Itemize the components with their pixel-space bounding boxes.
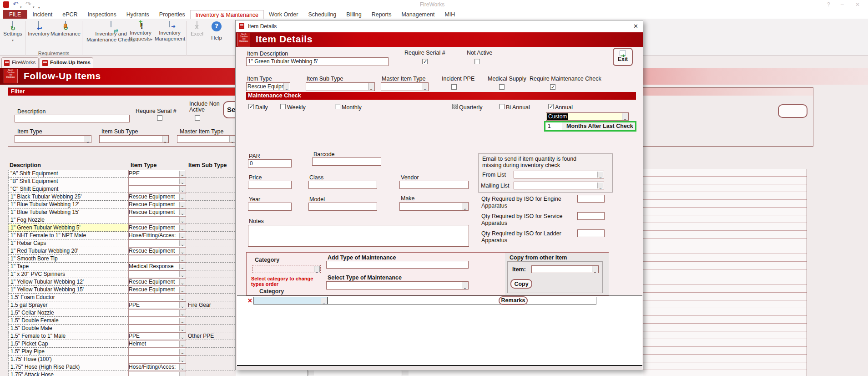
filter-item-sub-type-combo[interactable] [99, 135, 169, 143]
dialog-close-button[interactable]: ✕ [633, 23, 638, 30]
excel-button[interactable]: Excel [187, 21, 207, 37]
row-item-type-combo[interactable] [128, 325, 186, 332]
tab-billing[interactable]: Billing [341, 10, 366, 19]
year-input[interactable] [248, 203, 292, 211]
row-description-cell[interactable]: 1" Smooth Bore Tip [8, 255, 128, 263]
tab-mih[interactable]: MIH [439, 10, 460, 19]
row-item-type-combo[interactable]: PPE [128, 301, 186, 309]
row-description-cell[interactable]: 1" Yellow Tubular Webbing 12' [8, 278, 128, 286]
row-category-combo[interactable] [253, 297, 328, 305]
row-item-type-combo[interactable]: Rescue Equipment [128, 208, 186, 216]
table-row[interactable]: 1.5" Double Male [8, 325, 235, 332]
row-description-cell[interactable]: "A" Shift Equipment [8, 170, 128, 178]
tab-management[interactable]: Management [396, 10, 439, 19]
row-item-sub-type-cell[interactable] [186, 371, 235, 376]
table-row[interactable]: 1.75" Hose (High Rise Pack)Hose/Fitting/… [8, 363, 235, 371]
item-sub-type-combo[interactable] [306, 82, 375, 91]
row-item-sub-type-cell[interactable] [186, 224, 235, 232]
doc-tab-follow-up-items[interactable]: Follow-Up Items [40, 57, 93, 68]
chevron-down-icon[interactable] [622, 113, 628, 120]
monthly-checkbox[interactable] [335, 104, 340, 109]
not-active-checkbox[interactable] [474, 59, 480, 64]
row-description-cell[interactable]: 1.5' Foam Eductor [8, 294, 128, 301]
filter-require-serial-checkbox[interactable] [157, 115, 162, 121]
redo-dropdown-icon[interactable] [33, 2, 35, 10]
row-description-cell[interactable]: 1" Red Tubular Webbing 20' [8, 247, 128, 255]
table-row[interactable]: 1.5" Cellar Nozzle [8, 309, 235, 317]
row-item-type-combo[interactable]: Helmet [128, 340, 186, 348]
inventory-management-button[interactable]: Inventory Management [155, 21, 185, 42]
row-item-type-combo[interactable]: Rescue Equipment [128, 201, 186, 208]
row-item-sub-type-cell[interactable]: Other PPE [186, 332, 235, 340]
row-description-cell[interactable]: 1" Blue Tubular Webbing 12' [8, 201, 128, 208]
row-description-cell[interactable]: 1.5 gal Sprayer [8, 301, 128, 309]
row-item-type-combo[interactable] [128, 255, 186, 263]
master-item-type-combo[interactable] [381, 82, 429, 91]
barcode-input[interactable] [312, 158, 381, 166]
table-row[interactable]: 1" Smooth Bore Tip [8, 255, 235, 263]
table-row[interactable]: "C" Shift Equipment [8, 185, 235, 193]
row-item-type-combo[interactable]: Rescue Equipment [128, 224, 186, 232]
doc-tab-fireworks[interactable]: FireWorks [1, 57, 39, 68]
maintenance-button[interactable]: Maintenance [50, 21, 81, 37]
chevron-down-icon[interactable] [179, 233, 185, 239]
table-row[interactable]: 1.75' Hose (100') [8, 356, 235, 363]
make-combo[interactable] [399, 202, 469, 211]
table-row[interactable]: 1" NHT Female to 1" NPT MaleHose/Fitting… [8, 232, 235, 239]
row-item-type-combo[interactable] [128, 309, 186, 317]
row-item-sub-type-cell[interactable] [186, 247, 235, 255]
chevron-down-icon[interactable] [597, 183, 603, 188]
interval-value-input[interactable]: 1 [546, 122, 562, 130]
table-row[interactable]: 1" Fog Nozzle [8, 216, 235, 224]
table-row[interactable]: 1" Black Tubular Webbing 25'Rescue Equip… [8, 193, 235, 201]
minimize-button[interactable]: – [841, 1, 844, 8]
chevron-down-icon[interactable] [597, 172, 603, 178]
row-item-sub-type-cell[interactable] [186, 270, 235, 278]
row-item-sub-type-cell[interactable] [186, 170, 235, 178]
row-item-sub-type-cell[interactable] [186, 201, 235, 208]
table-row[interactable]: 1" Yellow Tubular Webbing 12'Rescue Equi… [8, 278, 235, 286]
help-button[interactable]: Help [207, 21, 226, 41]
redo-button[interactable] [25, 0, 31, 8]
incident-ppe-checkbox[interactable] [451, 84, 457, 90]
row-item-sub-type-cell[interactable] [186, 286, 235, 294]
filter-master-item-type-combo[interactable] [177, 135, 236, 143]
table-row[interactable]: "B" Shift Equipment [8, 178, 235, 185]
row-item-sub-type-cell[interactable] [186, 348, 235, 356]
row-item-sub-type-cell[interactable] [186, 309, 235, 317]
row-item-sub-type-cell[interactable] [186, 255, 235, 263]
customize-quick-access-icon[interactable] [38, 2, 40, 10]
tab-inspections[interactable]: Inspections [83, 10, 121, 19]
row-item-type-combo[interactable] [128, 178, 186, 185]
class-input[interactable] [308, 181, 377, 189]
chevron-down-icon[interactable] [179, 287, 185, 293]
row-item-type-combo[interactable]: PPE [128, 170, 186, 178]
row-description-cell[interactable]: 1" Fog Nozzle [8, 216, 128, 224]
row-description-cell[interactable]: "B" Shift Equipment [8, 178, 128, 185]
close-window-button[interactable]: ✕ [855, 1, 860, 8]
add-type-input[interactable] [326, 261, 469, 269]
chevron-down-icon[interactable] [179, 194, 185, 200]
quarterly-checkbox[interactable] [452, 104, 458, 109]
table-row[interactable]: 1.5" Female to 1" MalePPEOther PPE [8, 332, 235, 340]
table-row[interactable]: 1" Blue Tubular Webbing 15'Rescue Equipm… [8, 208, 235, 216]
bi-annual-checkbox[interactable] [499, 104, 505, 109]
annual-checkbox[interactable] [548, 104, 554, 109]
chevron-down-icon[interactable] [179, 186, 185, 192]
copy-item-combo[interactable] [531, 265, 599, 273]
qty-engine-input[interactable] [577, 195, 605, 203]
row-item-sub-type-cell[interactable] [186, 356, 235, 363]
row-description-cell[interactable]: 1" NHT Female to 1" NPT Male [8, 232, 128, 239]
inventory-requests-button[interactable]: Inventory Requests [127, 21, 154, 42]
row-description-cell[interactable]: 1" Blue Tubular Webbing 15' [8, 208, 128, 216]
table-row[interactable]: 1" x 20" PVC Spinners [8, 270, 235, 278]
tab-reports[interactable]: Reports [367, 10, 397, 19]
table-row[interactable]: "A" Shift EquipmentPPE [8, 170, 235, 178]
filter-side-button[interactable] [778, 104, 807, 118]
row-item-sub-type-cell[interactable] [186, 278, 235, 286]
chevron-down-icon[interactable] [179, 264, 185, 269]
tab-incident[interactable]: Incident [27, 10, 57, 19]
chevron-down-icon[interactable] [179, 372, 185, 376]
category-combo[interactable] [252, 265, 321, 273]
chevron-down-icon[interactable] [179, 271, 185, 277]
